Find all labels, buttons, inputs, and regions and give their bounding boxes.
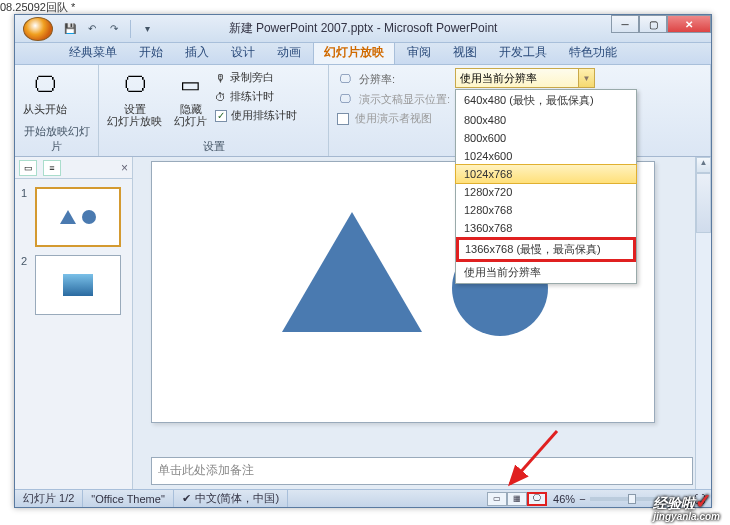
minimize-button[interactable]: ─ (611, 15, 639, 33)
setup-label: 设置 幻灯片放映 (107, 103, 162, 127)
watermark: 经验啦✓ jingyanla.com (653, 489, 720, 521)
hide-icon: ▭ (175, 69, 207, 101)
qat-redo-icon[interactable]: ↷ (105, 20, 123, 38)
tab-design[interactable]: 设计 (221, 41, 265, 64)
zoom-percent[interactable]: 46% (553, 493, 575, 505)
tab-special[interactable]: 特色功能 (559, 41, 627, 64)
notes-pane[interactable]: 单击此处添加备注 (151, 457, 693, 485)
scroll-up-icon[interactable]: ▲ (696, 157, 711, 173)
resolution-combo[interactable]: 使用当前分辨率 ▼ (455, 68, 595, 88)
thumb-pane-close[interactable]: × (121, 161, 128, 175)
view-buttons: ▭ ▦ 🖵 (487, 492, 547, 506)
from-beginning-label: 从头开始 (23, 103, 67, 115)
res-option-1280x768[interactable]: 1280x768 (456, 201, 636, 219)
tab-review[interactable]: 审阅 (397, 41, 441, 64)
res-option-1280x720[interactable]: 1280x720 (456, 183, 636, 201)
check-icon: ✓ (695, 490, 712, 512)
view-sorter-button[interactable]: ▦ (507, 492, 527, 506)
ribbon-tabs: 经典菜单 开始 插入 设计 动画 幻灯片放映 审阅 视图 开发工具 特色功能 (15, 43, 711, 65)
thumbnail-pane: ▭ ≡ × 1 2 (15, 157, 133, 489)
resolution-dropdown-menu: 640x480 (最快，最低保真) 800x480 800x600 1024x6… (455, 89, 637, 284)
title-bar: 💾 ↶ ↷ ▾ 新建 PowerPoint 2007.pptx - Micros… (15, 15, 711, 43)
hide-label: 隐藏 幻灯片 (174, 103, 207, 127)
group-setup-label: 设置 (103, 138, 324, 156)
record-label: 录制旁白 (230, 70, 274, 85)
hide-slide-button[interactable]: ▭ 隐藏 幻灯片 (170, 67, 211, 129)
tab-home[interactable]: 开始 (129, 41, 173, 64)
thumbnail-2[interactable]: 2 (21, 255, 126, 315)
setup-slideshow-button[interactable]: 🖵 设置 幻灯片放映 (103, 67, 166, 129)
cropped-external-text: 08.25092回队 * (0, 0, 75, 15)
tab-slideshow[interactable]: 幻灯片放映 (313, 40, 395, 64)
office-button[interactable] (23, 17, 53, 41)
record-narration-button[interactable]: 🎙 录制旁白 (215, 69, 297, 86)
checkbox-checked-icon: ✓ (215, 110, 227, 122)
res-option-1366x768[interactable]: 1366x768 (最慢，最高保真) (456, 237, 636, 262)
res-option-1024x768[interactable]: 1024x768 (455, 164, 637, 184)
res-option-current[interactable]: 使用当前分辨率 (456, 262, 636, 283)
use-rehearsed-label: 使用排练计时 (231, 108, 297, 123)
qat-save-icon[interactable]: 💾 (61, 20, 79, 38)
zoom-out-button[interactable]: − (579, 493, 585, 505)
status-theme: "Office Theme" (83, 490, 173, 507)
qat-undo-icon[interactable]: ↶ (83, 20, 101, 38)
display-location-label: 演示文稿显示位置: (359, 92, 450, 107)
status-lang-label: 中文(简体，中国) (195, 491, 279, 506)
thumb-tab-outline[interactable]: ≡ (43, 160, 61, 176)
app-window: 💾 ↶ ↷ ▾ 新建 PowerPoint 2007.pptx - Micros… (14, 14, 712, 508)
tab-insert[interactable]: 插入 (175, 41, 219, 64)
chevron-down-icon[interactable]: ▼ (578, 69, 594, 87)
thumb-tab-slides[interactable]: ▭ (19, 160, 37, 176)
close-button[interactable]: ✕ (667, 15, 711, 33)
status-language[interactable]: ✔ 中文(简体，中国) (174, 490, 288, 507)
watermark-url: jingyanla.com (653, 513, 720, 521)
res-option-800x480[interactable]: 800x480 (456, 111, 636, 129)
view-slideshow-button[interactable]: 🖵 (527, 492, 547, 506)
from-beginning-button[interactable]: 🖵 从头开始 (19, 67, 71, 117)
resolution-combo-value: 使用当前分辨率 (460, 71, 537, 86)
checkbox-icon (337, 113, 349, 125)
thumbnail-1[interactable]: 1 (21, 187, 126, 247)
mic-icon: 🎙 (215, 72, 226, 84)
tab-developer[interactable]: 开发工具 (489, 41, 557, 64)
resolution-label: 分辨率: (359, 72, 395, 87)
triangle-icon (60, 210, 76, 224)
setup-icon: 🖵 (119, 69, 151, 101)
use-rehearsed-checkbox[interactable]: ✓ 使用排练计时 (215, 107, 297, 124)
res-option-1360x768[interactable]: 1360x768 (456, 219, 636, 237)
ribbon: 🖵 从头开始 开始放映幻灯片 🖵 设置 幻灯片放映 ▭ 隐藏 幻灯片 (15, 65, 711, 157)
res-option-800x600[interactable]: 800x600 (456, 129, 636, 147)
clock-icon: ⏱ (215, 91, 226, 103)
status-slide-count: 幻灯片 1/2 (15, 490, 83, 507)
zoom-slider-thumb[interactable] (628, 494, 636, 504)
qat-dropdown-icon[interactable]: ▾ (138, 20, 156, 38)
tab-animation[interactable]: 动画 (267, 41, 311, 64)
image-icon (63, 274, 93, 296)
view-normal-button[interactable]: ▭ (487, 492, 507, 506)
tab-view[interactable]: 视图 (443, 41, 487, 64)
presentation-icon: 🖵 (29, 69, 61, 101)
vertical-scrollbar[interactable]: ▲ (695, 157, 711, 489)
shape-triangle[interactable] (282, 212, 422, 332)
monitor-icon: 🖵 (337, 71, 353, 87)
thumb-number: 1 (21, 187, 31, 247)
status-bar: 幻灯片 1/2 "Office Theme" ✔ 中文(简体，中国) ▭ ▦ 🖵… (15, 489, 711, 507)
circle-icon (82, 210, 96, 224)
res-option-640x480[interactable]: 640x480 (最快，最低保真) (456, 90, 636, 111)
watermark-brand: 经验啦 (653, 495, 695, 511)
spellcheck-icon: ✔ (182, 492, 191, 505)
qat-separator (130, 20, 131, 38)
thumb-number: 2 (21, 255, 31, 315)
res-option-1024x600[interactable]: 1024x600 (456, 147, 636, 165)
rehearse-label: 排练计时 (230, 89, 274, 104)
scroll-thumb[interactable] (696, 173, 711, 233)
window-title: 新建 PowerPoint 2007.pptx - Microsoft Powe… (229, 20, 498, 37)
maximize-button[interactable]: ▢ (639, 15, 667, 33)
rehearse-timings-button[interactable]: ⏱ 排练计时 (215, 88, 297, 105)
group-start-label: 开始放映幻灯片 (19, 123, 94, 156)
monitor-icon: 🖵 (337, 91, 353, 107)
tab-classic-menu[interactable]: 经典菜单 (59, 41, 127, 64)
presenter-view-label: 使用演示者视图 (355, 111, 432, 126)
